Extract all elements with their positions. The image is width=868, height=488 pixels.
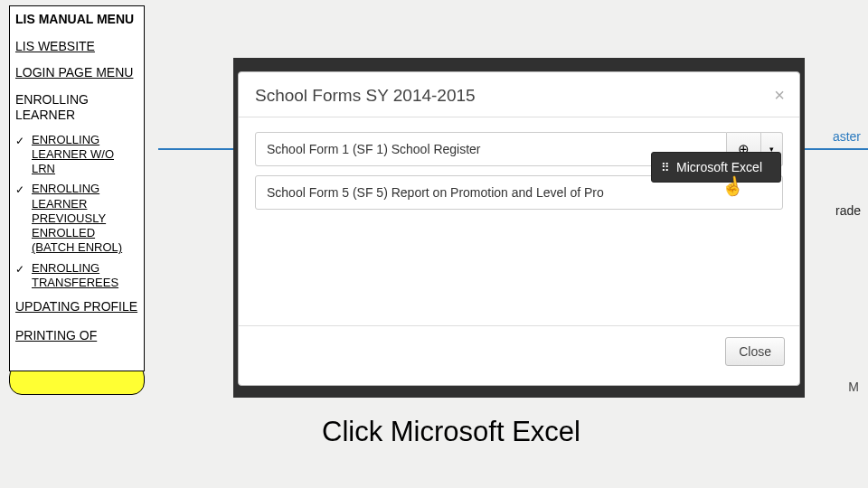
sidebar-title: LIS MANUAL MENU bbox=[15, 12, 138, 28]
sidebar-link-printing[interactable]: PRINTING OF bbox=[15, 328, 138, 344]
bg-masterlist-fragment: aster bbox=[833, 129, 861, 145]
sidebar-item-label: ENROLLING TRANSFEREES bbox=[32, 261, 138, 291]
sidebar-link-login[interactable]: LOGIN PAGE MENU bbox=[15, 65, 138, 81]
close-icon[interactable]: × bbox=[774, 85, 785, 106]
modal-backdrop-top bbox=[233, 58, 805, 65]
modal-header: School Forms SY 2014-2015 × bbox=[239, 72, 799, 117]
sidebar-section-enrolling: ENROLLING LEARNER bbox=[15, 92, 138, 124]
sidebar-item-enroll-prev[interactable]: ✓ ENROLLING LEARNER PREVIOUSLY ENROLLED … bbox=[15, 182, 138, 255]
sidebar-link-website[interactable]: LIS WEBSITE bbox=[15, 39, 138, 55]
modal-body: School Form 1 (SF 1) School Register ⊕ ▾… bbox=[239, 117, 799, 326]
excel-dropdown-item[interactable]: ⠿ Microsoft Excel bbox=[651, 152, 781, 183]
check-icon: ✓ bbox=[15, 183, 28, 197]
bg-m-head: M bbox=[848, 380, 859, 395]
modal-footer: Close bbox=[239, 326, 799, 377]
sidebar-item-enroll-transferees[interactable]: ✓ ENROLLING TRANSFEREES bbox=[15, 261, 138, 291]
grid-icon: ⠿ bbox=[661, 161, 671, 174]
close-button[interactable]: Close bbox=[725, 337, 785, 366]
cursor-icon: ☝ bbox=[720, 174, 746, 199]
check-icon: ✓ bbox=[15, 263, 28, 277]
sidebar-item-label: ENROLLING LEARNER W/O LRN bbox=[32, 133, 138, 177]
sidebar-link-updating[interactable]: UPDATING PROFILE bbox=[15, 299, 138, 315]
bg-grade-fragment: rade bbox=[835, 203, 861, 219]
sidebar-menu: LIS MANUAL MENU LIS WEBSITE LOGIN PAGE M… bbox=[9, 5, 145, 371]
dropdown-label: Microsoft Excel bbox=[676, 160, 762, 174]
sidebar-item-enroll-wo-lrn[interactable]: ✓ ENROLLING LEARNER W/O LRN bbox=[15, 133, 138, 177]
sidebar-list: ✓ ENROLLING LEARNER W/O LRN ✓ ENROLLING … bbox=[15, 133, 138, 291]
sidebar-item-label: ENROLLING LEARNER PREVIOUSLY ENROLLED (B… bbox=[32, 182, 138, 255]
check-icon: ✓ bbox=[15, 135, 28, 148]
instruction-caption: Click Microsoft Excel bbox=[322, 416, 580, 448]
school-forms-modal: School Forms SY 2014-2015 × School Form … bbox=[238, 71, 800, 386]
modal-title: School Forms SY 2014-2015 bbox=[255, 86, 476, 106]
